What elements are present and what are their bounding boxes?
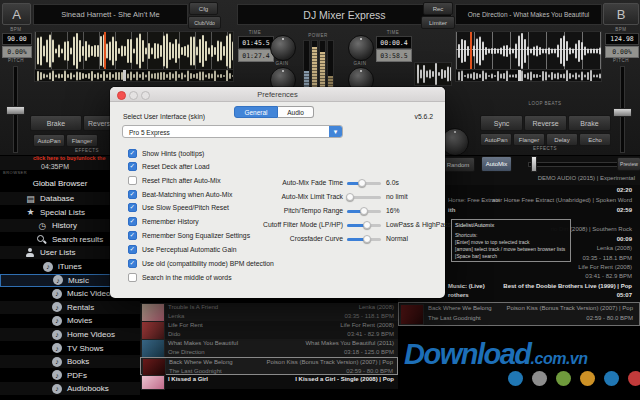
deck-a-brake-button[interactable]: Brake — [30, 115, 82, 131]
sidebar-item-pdfs[interactable]: ♪ PDFs — [0, 369, 140, 382]
deck-a-gain-knob[interactable] — [270, 35, 296, 61]
clock: 04:35PM — [0, 163, 110, 170]
deck-b-sync-button[interactable]: Sync — [480, 115, 523, 131]
deck-a-scrub-marker[interactable] — [123, 70, 126, 81]
slider-thumb[interactable] — [358, 179, 366, 187]
version-label: v5.6.2 — [414, 113, 433, 120]
skin-dropdown[interactable]: Pro 5 Express ▾ — [122, 125, 343, 138]
crossfader-track[interactable] — [528, 162, 618, 167]
dot — [556, 371, 571, 386]
dot — [580, 371, 595, 386]
slider-row: Cutoff Filter Mode (LP/HP) LowPass & Hig… — [110, 221, 445, 230]
playlist-row[interactable]: I Kissed a Girl I Kissed a Girl - Single… — [140, 375, 398, 389]
club-video-button[interactable]: Club/Vdo — [188, 16, 221, 29]
deck-a-time-label: TIME — [238, 30, 272, 35]
sidebar-item-home-videos[interactable]: ♪ Home Videos — [0, 328, 140, 341]
slider-row: Auto-Mix Limit Track no limit — [110, 193, 445, 202]
playlist-row[interactable]: Back Where We Belong Poison Kiss (Bonus … — [140, 357, 398, 375]
deck-b-pitch-fader-handle[interactable] — [613, 108, 632, 117]
checkbox-row: Use Perceptual Automatic Gain — [128, 245, 236, 254]
deck-b-time-elapsed[interactable]: 00:00.4 — [376, 36, 412, 49]
album-art — [141, 303, 165, 322]
sidebar-item-audiobooks[interactable]: ♪ Audiobooks — [0, 382, 140, 395]
deck-a-waveform[interactable] — [34, 31, 234, 70]
deck-b-scrub-marker[interactable] — [518, 70, 521, 81]
deck-a-time-elapsed[interactable]: 01:45.5 — [238, 36, 274, 49]
crossfader-handle[interactable] — [531, 156, 537, 172]
dialog-title: Preferences — [110, 90, 445, 99]
deck-b-filter-knob[interactable] — [441, 128, 469, 156]
sidelist-right-text: Life For Rent (2008) — [578, 264, 632, 270]
automix-button[interactable]: AutoMix — [481, 156, 512, 172]
tab-general[interactable]: General — [234, 106, 278, 118]
checkbox-row: Search in the middle of words — [128, 273, 232, 282]
deck-a-bpm-value: 90.00 — [2, 33, 32, 45]
crossfader-curve-slider[interactable] — [347, 238, 381, 241]
deck-a-effects-label: EFFECTS — [70, 148, 104, 153]
deck-b-pitch-label: PITCH — [604, 58, 638, 63]
checkbox[interactable] — [128, 259, 137, 268]
sidelist-left-text: rothers — [448, 292, 469, 298]
deck-b-delay-button[interactable]: Delay — [546, 133, 578, 146]
slider-value: Normal — [386, 235, 408, 242]
checkbox[interactable] — [128, 273, 137, 282]
tab-audio[interactable]: Audio — [278, 106, 314, 118]
playlist-row[interactable]: What Makes You Beautiful What Makes You … — [140, 339, 398, 357]
playlist-row[interactable]: Trouble Is A Friend Lenka (2008) Lenka 0… — [140, 303, 398, 321]
deck-b-scrub-strip[interactable] — [455, 69, 602, 82]
random-button[interactable]: Random — [441, 157, 475, 172]
deck-a-flanger-button[interactable]: Flanger — [66, 134, 98, 147]
sidebar-item-rentals[interactable]: ♪ Rentals — [0, 301, 140, 314]
deck-b-echo-button[interactable]: Echo — [579, 133, 611, 146]
slider-label: Auto-Mix Fade Time — [282, 179, 343, 186]
track-artist: Lenka — [168, 313, 184, 319]
deck-b-reverse-button[interactable]: Reverse — [524, 115, 567, 131]
checkbox-label: Use Perceptual Automatic Gain — [142, 246, 236, 253]
deck-a-gain-label: GAIN — [270, 61, 294, 66]
deck-a-autopan-button[interactable]: AutoPan — [33, 134, 65, 147]
sidelist-selected-row[interactable]: Back Where We Belong Poison Kiss (Bonus … — [398, 302, 640, 326]
slider-thumb[interactable] — [360, 207, 368, 215]
record-button[interactable]: Rec — [423, 2, 453, 15]
deck-b-waveform[interactable] — [455, 31, 602, 70]
deck-a-scrub-strip[interactable] — [34, 69, 234, 82]
deck-b-badge: B — [603, 3, 639, 25]
track-title: Back Where We Belong — [428, 305, 492, 311]
slider-thumb[interactable] — [363, 235, 371, 243]
sidelist-right-text: 03:35 - 118.1 BPM — [582, 255, 632, 261]
sidebar-item-tv-shows[interactable]: ♪ TV Shows — [0, 342, 140, 355]
deck-b-brake-button[interactable]: Brake — [568, 115, 611, 131]
music-icon: ♪ — [53, 275, 63, 285]
cfg-button[interactable]: Cfg — [189, 2, 218, 15]
track-meta: 02:59 - 80.0 BPM — [586, 315, 633, 321]
preview-button[interactable]: Preview — [617, 157, 640, 171]
deck-b-autopan-button[interactable]: AutoPan — [480, 133, 512, 146]
checkbox[interactable] — [128, 245, 137, 254]
pitch-range-slider[interactable] — [347, 210, 381, 213]
sidebar-item-books[interactable]: ♪ Books — [0, 355, 140, 368]
deck-a-time-remaining[interactable]: 01:27.4 — [238, 49, 274, 62]
sidebar-item-label: Special Lists — [40, 208, 85, 217]
sidebar-item-movies[interactable]: ♪ Movies — [0, 314, 140, 327]
demo-note: DEMO AUDIO (2015) | Experimental — [500, 175, 635, 181]
deck-b-time-remaining[interactable]: 03:58.5 — [376, 49, 412, 62]
limiter-button[interactable]: Limiter — [421, 16, 455, 29]
watermark-suffix: .com.vn — [531, 350, 588, 367]
slider-thumb[interactable] — [346, 193, 354, 201]
checkbox[interactable] — [128, 149, 137, 158]
music-videos-icon: ♪ — [52, 289, 62, 299]
automix-fade-slider[interactable] — [347, 182, 381, 185]
slider-value: 16% — [386, 207, 400, 214]
cutoff-filter-slider[interactable] — [347, 224, 381, 227]
track-meta: 02:59 - 80.0 BPM — [346, 368, 393, 374]
deck-a-pitch-fader-handle[interactable] — [6, 106, 25, 115]
checkbox[interactable] — [128, 162, 137, 171]
automix-limit-slider[interactable] — [347, 196, 381, 199]
sidelist-right-text: 03:41 - 82.9 BPM — [585, 273, 632, 279]
slider-thumb[interactable] — [363, 221, 371, 229]
deck-b-flanger-button[interactable]: Flanger — [513, 133, 545, 146]
playlist-row[interactable]: Life For Rent Life For Rent (2008) Dido … — [140, 321, 398, 339]
tooltip-line: Shortcuts: — [455, 232, 478, 238]
deck-b-gain-knob[interactable] — [348, 35, 374, 61]
unlock-notice[interactable]: click here to buy/unlock the — [33, 155, 109, 161]
